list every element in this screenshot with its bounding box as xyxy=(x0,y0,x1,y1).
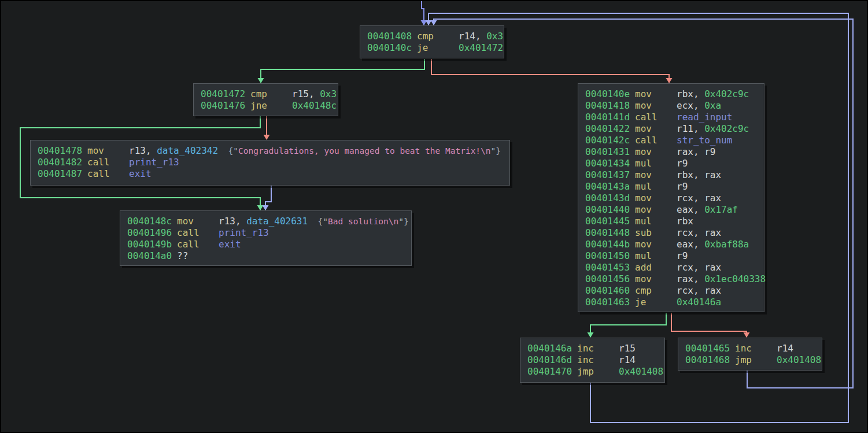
operand-imm: 0x17af xyxy=(704,204,738,215)
address: 00401434 xyxy=(585,158,635,169)
address: 00401465 xyxy=(685,343,735,354)
instruction-00401422[interactable]: 00401422movr11, 0x402c9c xyxy=(578,123,764,135)
graph-canvas[interactable]: 00401408cmpr14, 0x30040140cje0x401472004… xyxy=(0,0,868,433)
operand-fn: print_r13 xyxy=(129,157,179,168)
mnemonic: mov xyxy=(635,88,677,100)
instruction-00401460[interactable]: 00401460cmprcx, rax xyxy=(578,285,764,297)
instruction-00401463[interactable]: 00401463je0x40146a xyxy=(578,297,764,308)
operand-reg: rcx, rax xyxy=(677,193,721,203)
mnemonic: mul xyxy=(635,158,677,169)
address: 00401456 xyxy=(585,273,635,285)
instruction-0040140e[interactable]: 0040140emovrbx, 0x402c9c xyxy=(578,88,764,100)
instruction-00401472[interactable]: 00401472cmpr15, 0x3 xyxy=(194,88,338,100)
operand-cmt: {" xyxy=(308,217,328,226)
address: 0040146d xyxy=(527,354,577,366)
address: 0040143a xyxy=(585,181,635,193)
mnemonic: cmp xyxy=(635,285,677,297)
address: 00401431 xyxy=(585,146,635,158)
mnemonic: jne xyxy=(250,100,292,112)
operand-reg: rax, r9 xyxy=(677,146,715,157)
basic-block-00401478[interactable]: 00401478movr13, data_402342 {"Congradula… xyxy=(30,140,510,186)
instruction-00401487[interactable]: 00401487callexit xyxy=(31,168,509,180)
operand-fn: print_r13 xyxy=(219,227,269,238)
instruction-00401456[interactable]: 00401456movrax, 0x1ec040338 xyxy=(578,273,764,285)
mnemonic: je xyxy=(635,297,677,308)
instruction-00401482[interactable]: 00401482callprint_r13 xyxy=(31,157,509,168)
operand-data: data_402631 xyxy=(246,216,308,227)
instruction-0040143a[interactable]: 0040143amulr9 xyxy=(578,181,764,193)
instruction-0040141d[interactable]: 0040141dcallread_input xyxy=(578,112,764,123)
address: 00401470 xyxy=(527,366,577,378)
operand-data: data_402342 xyxy=(157,145,218,156)
operand-str: Bad solution\n xyxy=(328,217,398,226)
mnemonic: inc xyxy=(735,343,777,354)
mnemonic: inc xyxy=(577,354,619,366)
address: 00401408 xyxy=(367,31,417,42)
mnemonic: mov xyxy=(177,216,219,227)
basic-block-00401465[interactable]: 00401465incr1400401468jmp0x401408 xyxy=(678,338,822,371)
mnemonic: call xyxy=(87,168,129,180)
instruction-0040148c[interactable]: 0040148cmovr13, data_402631 {"Bad soluti… xyxy=(120,216,411,227)
mnemonic: cmp xyxy=(250,88,292,100)
address: 00401453 xyxy=(585,262,635,273)
instruction-00401478[interactable]: 00401478movr13, data_402342 {"Congradula… xyxy=(31,145,509,157)
operand-cmt: "} xyxy=(398,217,408,226)
address: 00401437 xyxy=(585,169,635,181)
basic-block-0040140e[interactable]: 0040140emovrbx, 0x402c9c00401418movecx, … xyxy=(578,83,764,312)
mnemonic: call xyxy=(87,157,129,168)
operand-reg: eax, xyxy=(677,239,704,250)
basic-block-00401408[interactable]: 00401408cmpr14, 0x30040140cje0x401472 xyxy=(360,25,504,58)
operand-reg: rbx xyxy=(677,216,693,227)
operand-imm: 0x40148c xyxy=(292,100,337,111)
address: 00401460 xyxy=(585,285,635,297)
instruction-00401440[interactable]: 00401440moveax, 0x17af xyxy=(578,204,764,216)
instruction-00401445[interactable]: 00401445mulrbx xyxy=(578,216,764,227)
instruction-0040149b[interactable]: 0040149bcallexit xyxy=(120,239,411,250)
address: 004014a0 xyxy=(127,250,177,262)
mnemonic: jmp xyxy=(735,354,777,366)
instruction-00401450[interactable]: 00401450mulr9 xyxy=(578,250,764,262)
operand-reg: rcx, rax xyxy=(677,227,721,238)
instruction-00401470[interactable]: 00401470jmp0x401408 xyxy=(520,366,664,378)
instruction-0040140c[interactable]: 0040140cje0x401472 xyxy=(360,42,504,54)
basic-block-0040148c[interactable]: 0040148cmovr13, data_402631 {"Bad soluti… xyxy=(120,210,412,266)
instruction-00401453[interactable]: 00401453addrcx, rax xyxy=(578,262,764,273)
instruction-00401408[interactable]: 00401408cmpr14, 0x3 xyxy=(360,31,504,42)
instruction-0040146d[interactable]: 0040146dincr14 xyxy=(520,354,664,366)
instruction-0040142c[interactable]: 0040142ccallstr_to_num xyxy=(578,135,764,146)
mnemonic: call xyxy=(635,135,677,146)
basic-block-0040146a[interactable]: 0040146aincr150040146dincr1400401470jmp0… xyxy=(520,338,665,383)
instruction-00401431[interactable]: 00401431movrax, r9 xyxy=(578,146,764,158)
instruction-0040144b[interactable]: 0040144bmoveax, 0xbaf88a xyxy=(578,239,764,250)
operand-imm: 0x401408 xyxy=(619,366,663,377)
address: 00401440 xyxy=(585,204,635,216)
operand-reg: r15, xyxy=(292,88,320,99)
basic-block-00401472[interactable]: 00401472cmpr15, 0x300401476jne0x40148c xyxy=(193,83,338,116)
instruction-00401468[interactable]: 00401468jmp0x401408 xyxy=(678,354,822,366)
mnemonic: mov xyxy=(635,100,677,112)
instruction-00401476[interactable]: 00401476jne0x40148c xyxy=(194,100,338,112)
instruction-00401465[interactable]: 00401465incr14 xyxy=(678,343,822,354)
instruction-00401418[interactable]: 00401418movecx, 0xa xyxy=(578,100,764,112)
address: 0040146a xyxy=(527,343,577,354)
mnemonic: mul xyxy=(635,250,677,262)
instruction-00401434[interactable]: 00401434mulr9 xyxy=(578,158,764,169)
instruction-0040146a[interactable]: 0040146aincr15 xyxy=(520,343,664,354)
operand-imm: 0x3 xyxy=(320,88,337,99)
address: 00401476 xyxy=(201,100,250,112)
operand-reg: r9 xyxy=(677,158,688,169)
instruction-004014a0[interactable]: 004014a0?? xyxy=(120,250,411,262)
operand-imm: 0x401408 xyxy=(777,354,821,365)
instruction-00401448[interactable]: 00401448subrcx, rax xyxy=(578,227,764,239)
mnemonic: mov xyxy=(635,123,677,135)
mnemonic: ?? xyxy=(177,250,219,262)
address: 0040144b xyxy=(585,239,635,250)
address: 00401422 xyxy=(585,123,635,135)
operand-reg: rcx, rax xyxy=(677,285,721,296)
address: 00401445 xyxy=(585,216,635,227)
instruction-0040143d[interactable]: 0040143dmovrcx, rax xyxy=(578,193,764,204)
mnemonic: mov xyxy=(635,169,677,181)
instruction-00401437[interactable]: 00401437movrbx, rax xyxy=(578,169,764,181)
instruction-00401496[interactable]: 00401496callprint_r13 xyxy=(120,227,411,239)
mnemonic: mul xyxy=(635,216,677,227)
